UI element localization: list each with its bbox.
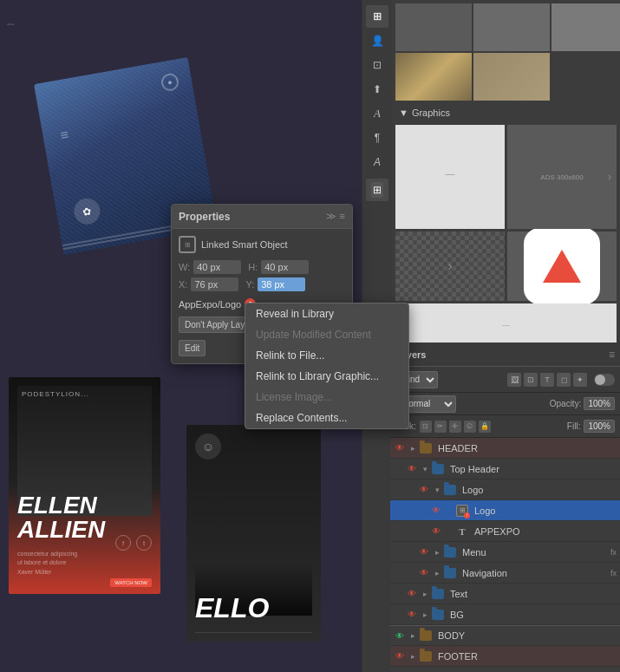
lock-paint-icon[interactable]: ✏ <box>434 421 447 433</box>
expand-logo-folder[interactable]: ▾ <box>433 486 441 494</box>
music-watch-btn[interactable]: WATCH NOW <box>110 578 152 587</box>
smart-badge-logo: ! <box>464 512 470 519</box>
layer-row-header[interactable]: 👁 ▸ HEADER <box>390 438 620 459</box>
graphic-item-wide[interactable]: — <box>395 303 617 347</box>
tool-para-btn[interactable]: ¶ <box>366 127 388 149</box>
expand-header[interactable]: ▸ <box>408 444 417 453</box>
graphic-item-1[interactable]: — <box>395 125 505 229</box>
expand-menu[interactable]: ▸ <box>433 548 441 557</box>
prop-menu-icon[interactable]: ≡ <box>340 211 345 222</box>
eye-icon-navigation[interactable]: 👁 <box>418 567 430 579</box>
layer-name-menu: Menu <box>459 547 608 558</box>
layer-row-logo-smart[interactable]: 👁 ⊞ ! Logo <box>390 500 620 521</box>
filter-toggle[interactable] <box>594 374 615 386</box>
eye-icon-top-header[interactable]: 👁 <box>406 463 418 475</box>
eye-icon-footer[interactable]: 👁 <box>394 650 406 662</box>
lock-all-icon[interactable]: 🔒 <box>479 421 491 433</box>
layer-row-navigation[interactable]: 👁 ▸ Navigation fx <box>390 563 620 584</box>
graphic-item-2[interactable]: ADS 300x600 › <box>507 125 617 229</box>
thumbnail-5[interactable] <box>473 53 550 101</box>
layer-name-body: BODY <box>434 630 617 641</box>
lock-position-icon[interactable]: ⛒ <box>464 421 476 433</box>
folder-icon-footer <box>420 651 432 662</box>
thumbnail-1[interactable] <box>395 3 472 51</box>
expand-bg[interactable]: ▸ <box>421 610 429 619</box>
fill-row: Fill: 100% <box>567 420 615 433</box>
x-input[interactable] <box>191 277 238 291</box>
ctx-reveal-library[interactable]: Reveal in Library <box>245 303 408 324</box>
thumbnail-3[interactable] <box>551 3 620 51</box>
layer-row-text[interactable]: 👁 ▸ Text <box>390 584 620 604</box>
y-input[interactable] <box>258 277 305 291</box>
tool-share-btn[interactable]: ⬆ <box>366 78 388 101</box>
tool-person-btn[interactable]: 👤 <box>366 29 388 52</box>
graphic-item-4[interactable] <box>507 232 617 301</box>
thumbnail-4[interactable] <box>395 53 472 101</box>
expand-top-header[interactable]: ▾ <box>421 465 429 473</box>
opacity-label: Opacity: <box>550 399 582 408</box>
layer-row-top-header[interactable]: 👁 ▾ Top Header <box>390 459 620 480</box>
width-field: W: <box>179 260 241 274</box>
layer-row-body[interactable]: 👁 ▸ BODY <box>390 625 620 646</box>
prop-expand-icon[interactable]: ≫ <box>326 211 336 222</box>
layer-row-footer[interactable]: 👁 ▸ FOOTER <box>390 646 620 667</box>
eye-icon-menu[interactable]: 👁 <box>418 546 430 558</box>
filter-icon-type[interactable]: T <box>540 373 554 387</box>
smart-icon-logo: ⊞ ! <box>456 505 468 517</box>
properties-title-bar: Properties ≫ ≡ <box>172 205 352 229</box>
eye-icon-logo-folder[interactable]: 👁 <box>418 484 430 496</box>
tool-library-btn[interactable]: ⊞ <box>366 179 388 201</box>
graphic-item-3[interactable]: › <box>395 232 505 301</box>
layers-toolbar: Layers ≡ <box>390 343 620 367</box>
layer-row-bg[interactable]: 👁 ▸ BG <box>390 604 620 625</box>
h-input[interactable] <box>261 260 309 274</box>
eye-icon-logo-smart[interactable]: 👁 <box>430 505 442 517</box>
lock-transparent-icon[interactable]: ⊡ <box>420 421 432 433</box>
lock-artboard-icon[interactable]: ✛ <box>449 421 461 433</box>
layer-name-bg: BG <box>447 610 617 620</box>
opacity-value[interactable]: 100% <box>584 397 615 410</box>
filter-icon-adjust[interactable]: ⊡ <box>524 373 538 387</box>
tool-text-btn[interactable]: A <box>366 102 388 125</box>
layer-row-logo-folder[interactable]: 👁 ▾ Logo <box>390 480 620 500</box>
folder-icon-logo <box>444 485 456 495</box>
layer-row-menu[interactable]: 👁 ▸ Menu fx <box>390 542 620 563</box>
opacity-row: Normal Opacity: 100% <box>390 393 620 415</box>
filter-icons: 🖼 ⊡ T ◻ ✦ <box>507 373 587 387</box>
tool-char-btn[interactable]: A <box>366 151 388 173</box>
tool-layers-btn[interactable]: ⊞ <box>366 5 388 28</box>
filter-icon-img[interactable]: 🖼 <box>507 373 521 387</box>
wh-row: W: H: <box>179 260 345 274</box>
expand-navigation[interactable]: ▸ <box>433 569 441 577</box>
tool-adjustments-btn[interactable]: ⊡ <box>366 54 388 76</box>
filter-icon-shape[interactable]: ◻ <box>557 373 571 387</box>
edit-btn[interactable]: Edit <box>179 340 206 356</box>
layers-menu-icon[interactable]: ≡ <box>609 349 615 361</box>
eye-icon-appexpo[interactable]: 👁 <box>430 525 442 538</box>
expand-text[interactable]: ▸ <box>421 590 429 598</box>
expand-footer[interactable]: ▸ <box>408 652 417 661</box>
w-input[interactable] <box>193 260 241 274</box>
fill-value[interactable]: 100% <box>584 420 615 433</box>
layers-panel: Layers ≡ Kind 🖼 ⊡ T ◻ ✦ Normal Opacity: … <box>390 343 620 672</box>
expand-body[interactable]: ▸ <box>408 631 417 640</box>
text-icon-appexpo: T <box>456 525 468 538</box>
layer-row-appexpo[interactable]: 👁 T APPEXPO <box>390 521 620 542</box>
ctx-replace-contents[interactable]: Replace Contents... <box>245 408 408 428</box>
eye-icon-body[interactable]: 👁 <box>394 630 406 642</box>
folder-icon-bg <box>432 610 444 620</box>
opacity-control: Opacity: 100% <box>550 397 615 410</box>
eye-icon-text[interactable]: 👁 <box>406 588 418 600</box>
thumbnail-2[interactable] <box>473 3 550 51</box>
music-sub-text: consectetur adipiscing ut labore et dolo… <box>17 550 77 577</box>
eye-icon-bg[interactable]: 👁 <box>406 609 418 621</box>
eye-icon-header[interactable]: 👁 <box>394 442 406 454</box>
filter-icon-smart[interactable]: ✦ <box>573 373 587 387</box>
h-label: H: <box>248 262 258 272</box>
graphics-title: Graphics <box>412 108 450 118</box>
ctx-relink-library[interactable]: Relink to Library Graphic... <box>245 366 408 387</box>
layer-list: 👁 ▸ HEADER 👁 ▾ Top Header 👁 ▾ Logo 👁 ⊞ ! <box>390 438 620 672</box>
ctx-relink-file[interactable]: Relink to File... <box>245 345 408 366</box>
graphics-grid: — ADS 300x600 › › — <box>392 125 620 347</box>
dont-apply-btn[interactable]: Don't Apply Lay <box>179 316 251 333</box>
